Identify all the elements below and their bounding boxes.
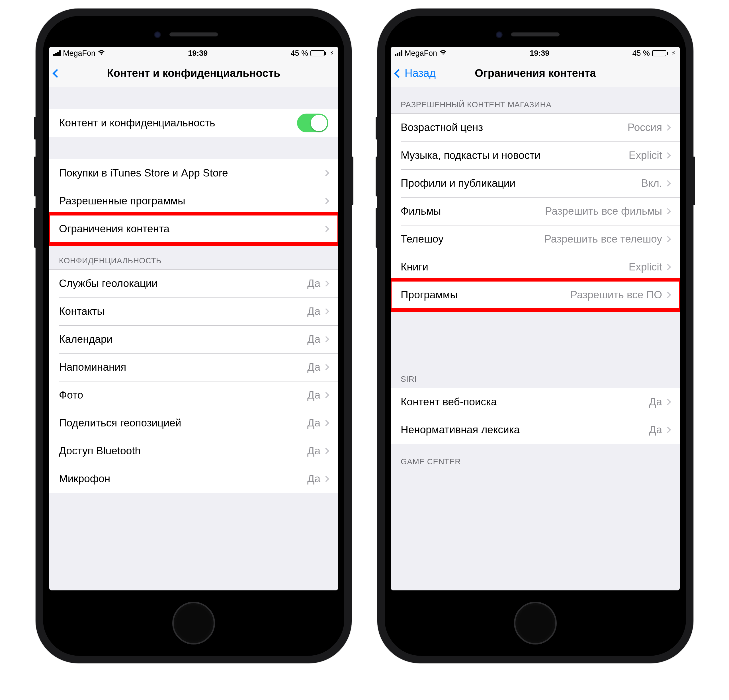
- earpiece-speaker: [511, 32, 559, 36]
- cell-value: Разрешить все телешоу: [544, 233, 662, 245]
- cell-value: Да: [307, 473, 320, 485]
- mute-switch: [376, 117, 377, 139]
- store-content-row[interactable]: Профили и публикацииВкл.: [391, 170, 680, 197]
- chevron-right-icon: [323, 170, 330, 177]
- store-content-row[interactable]: Возрастной цензРоссия: [391, 114, 680, 142]
- privacy-row[interactable]: ФотоДа: [49, 381, 338, 409]
- iphone-frame-right: MegaFon 19:39 45 % ⚡︎ Назад: [377, 9, 693, 663]
- privacy-row[interactable]: НапоминанияДа: [49, 353, 338, 381]
- home-button[interactable]: [514, 602, 557, 645]
- cell-value: Explicit: [629, 261, 662, 273]
- battery-percentage: 45 %: [632, 49, 650, 58]
- chevron-left-icon: [394, 69, 403, 78]
- content-privacy-toggle-row[interactable]: Контент и конфиденциальность: [49, 109, 338, 137]
- cell-value: Да: [307, 306, 320, 317]
- cell-label: Программы: [401, 289, 570, 301]
- chevron-right-icon: [323, 336, 330, 343]
- siri-row[interactable]: Контент веб-поискаДа: [391, 388, 680, 416]
- cell-label: Профили и публикации: [401, 177, 641, 189]
- cell-label: Службы геолокации: [59, 278, 307, 290]
- cell-value: Вкл.: [641, 177, 662, 189]
- cellular-signal-icon: [53, 51, 61, 56]
- chevron-right-icon: [323, 476, 330, 482]
- cell-value: Да: [307, 445, 320, 457]
- clock: 19:39: [530, 49, 549, 58]
- power-button: [352, 157, 353, 205]
- privacy-row[interactable]: Поделиться геопозициейДа: [49, 409, 338, 437]
- back-button[interactable]: [54, 70, 61, 77]
- charging-icon: ⚡︎: [330, 49, 334, 57]
- privacy-row[interactable]: КалендариДа: [49, 325, 338, 353]
- battery-icon: [652, 50, 668, 57]
- front-camera: [496, 31, 502, 38]
- chevron-right-icon: [323, 308, 330, 315]
- game-center-section-header: GAME CENTER: [391, 444, 680, 470]
- cell-label: Напоминания: [59, 361, 307, 373]
- status-bar: MegaFon 19:39 45 % ⚡︎: [391, 47, 680, 60]
- store-content-row[interactable]: ФильмыРазрешить все фильмы: [391, 197, 680, 225]
- cell-label: Покупки в iTunes Store и App Store: [59, 167, 324, 179]
- earpiece-speaker: [170, 32, 218, 36]
- volume-down: [376, 208, 377, 248]
- chevron-right-icon: [665, 125, 671, 131]
- wifi-icon: [439, 49, 447, 57]
- clock: 19:39: [188, 49, 208, 58]
- store-content-row[interactable]: КнигиExplicit: [391, 253, 680, 281]
- store-content-row[interactable]: ТелешоуРазрешить все телешоу: [391, 225, 680, 253]
- content-restrictions-row[interactable]: Ограничения контента: [49, 215, 338, 243]
- page-title: Контент и конфиденциальность: [49, 67, 338, 80]
- cell-value: Россия: [627, 122, 662, 133]
- chevron-right-icon: [323, 448, 330, 454]
- privacy-row[interactable]: Доступ BluetoothДа: [49, 437, 338, 465]
- navigation-bar: Контент и конфиденциальность: [49, 60, 338, 87]
- battery-percentage: 45 %: [290, 49, 308, 58]
- chevron-right-icon: [323, 392, 330, 399]
- chevron-right-icon: [665, 208, 671, 214]
- cell-label: Микрофон: [59, 473, 307, 485]
- home-button[interactable]: [172, 602, 215, 645]
- status-bar: MegaFon 19:39 45 % ⚡︎: [49, 47, 338, 60]
- privacy-row[interactable]: Службы геолокацииДа: [49, 270, 338, 297]
- privacy-row[interactable]: МикрофонДа: [49, 465, 338, 493]
- scroll-content[interactable]: Контент и конфиденциальность Покупки в i…: [49, 87, 338, 590]
- volume-up: [376, 157, 377, 196]
- toggle-switch[interactable]: [297, 114, 328, 132]
- privacy-row[interactable]: КонтактыДа: [49, 297, 338, 325]
- chevron-right-icon: [665, 292, 671, 299]
- cell-value: Да: [307, 333, 320, 345]
- screen-right: MegaFon 19:39 45 % ⚡︎ Назад: [391, 47, 680, 590]
- cell-label: Телешоу: [401, 233, 544, 245]
- back-button[interactable]: Назад: [395, 67, 436, 80]
- cell-value: Да: [307, 389, 320, 401]
- scroll-content[interactable]: РАЗРЕШЕННЫЙ КОНТЕНТ МАГАЗИНА Возрастной …: [391, 87, 680, 590]
- cell-value: Да: [307, 278, 320, 290]
- allowed-apps-row[interactable]: Разрешенные программы: [49, 187, 338, 215]
- chevron-right-icon: [665, 180, 671, 187]
- carrier-label: MegaFon: [405, 49, 437, 58]
- store-content-row[interactable]: Музыка, подкасты и новостиExplicit: [391, 142, 680, 170]
- chevron-right-icon: [323, 364, 330, 371]
- volume-up: [34, 157, 36, 196]
- cell-value: Да: [649, 396, 662, 408]
- store-content-row[interactable]: ПрограммыРазрешить все ПО: [391, 281, 680, 309]
- cell-label: Возрастной ценз: [401, 122, 627, 133]
- cell-label: Поделиться геопозицией: [59, 417, 307, 429]
- cell-label: Музыка, подкасты и новости: [401, 149, 629, 161]
- battery-icon: [311, 50, 326, 57]
- chevron-right-icon: [665, 264, 671, 270]
- cell-label: Контент веб-поиска: [401, 396, 649, 408]
- cell-value: Да: [307, 417, 320, 429]
- itunes-appstore-purchases-row[interactable]: Покупки в iTunes Store и App Store: [49, 159, 338, 187]
- cell-label: Контакты: [59, 306, 307, 317]
- siri-row[interactable]: Ненормативная лексикаДа: [391, 416, 680, 444]
- charging-icon: ⚡︎: [671, 49, 676, 57]
- back-label: Назад: [405, 67, 436, 80]
- navigation-bar: Назад Ограничения контента: [391, 60, 680, 87]
- cell-label: Контент и конфиденциальность: [59, 117, 297, 129]
- cell-value: Explicit: [629, 149, 662, 161]
- cell-value: Да: [649, 424, 662, 436]
- store-content-section-header: РАЗРЕШЕННЫЙ КОНТЕНТ МАГАЗИНА: [391, 87, 680, 113]
- cell-label: Книги: [401, 261, 629, 273]
- cell-value: Разрешить все фильмы: [545, 205, 662, 217]
- cell-value: Да: [307, 361, 320, 373]
